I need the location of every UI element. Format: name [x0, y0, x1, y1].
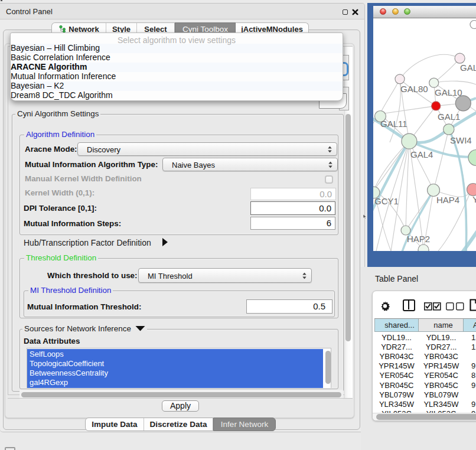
svg-text:HAP2: HAP2: [407, 234, 430, 244]
svg-text:GAL11: GAL11: [380, 119, 407, 129]
svg-text:GAL10: GAL10: [435, 87, 462, 97]
svg-text:GAL80: GAL80: [400, 84, 428, 94]
svg-text:GAL4: GAL4: [410, 149, 433, 159]
svg-text:GCY1: GCY1: [374, 196, 399, 206]
svg-text:GAL7: GAL7: [460, 63, 476, 73]
svg-text:SWI4: SWI4: [450, 135, 472, 145]
svg-text:HAP4: HAP4: [436, 195, 459, 205]
svg-text:GAL1: GAL1: [438, 112, 460, 122]
svg-text:YD: YD: [472, 194, 476, 204]
